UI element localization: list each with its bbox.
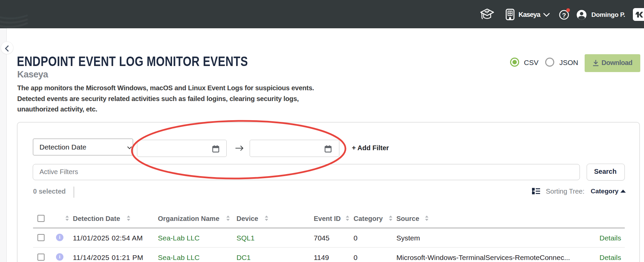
svg-text:?: ? — [562, 12, 566, 19]
